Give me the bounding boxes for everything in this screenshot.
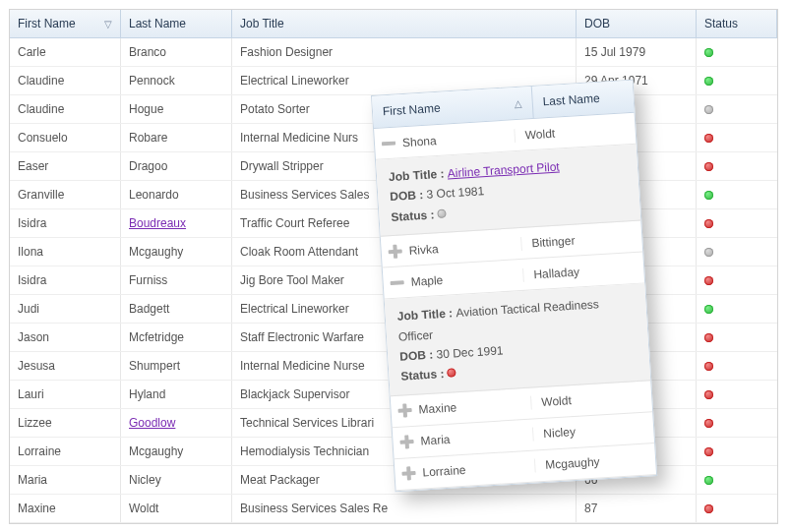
cell-job-title: Business Services Sales Re (232, 495, 577, 522)
status-dot (704, 476, 713, 485)
expand-icon (397, 403, 412, 418)
cell-status (697, 324, 777, 351)
mobile-row-detail: Job Title : Aviation Tactical Readiness … (385, 284, 651, 397)
expand-toggle[interactable] (393, 435, 421, 450)
status-dot (438, 208, 448, 218)
expand-icon (401, 466, 416, 481)
cell-status (697, 124, 777, 151)
status-dot (704, 191, 713, 200)
mobile-cell-first-name: Rivka (408, 237, 521, 258)
expand-toggle[interactable] (384, 280, 411, 286)
status-dot (704, 390, 713, 399)
cell-status (697, 381, 777, 408)
cell-last-name: Mcgaughy (121, 238, 232, 266)
expand-toggle[interactable] (381, 244, 409, 260)
status-dot (704, 333, 713, 342)
cell-last-name: Mcgaughy (121, 438, 232, 465)
cell-dob: 15 Jul 1979 (577, 38, 697, 66)
cell-status (697, 152, 777, 180)
mobile-cell-first-name: Maxine (418, 396, 531, 417)
status-dot (704, 219, 713, 228)
mobile-cell-first-name: Maple (410, 268, 523, 289)
cell-last-name: Badgett (121, 295, 232, 323)
cell-first-name: Maria (10, 466, 121, 494)
status-dot (704, 248, 713, 257)
cell-first-name: Isidra (10, 209, 121, 237)
cell-last-name: Leonardo (121, 181, 232, 208)
table-row[interactable]: CarleBrancoFashion Designer15 Jul 1979 (10, 38, 777, 67)
col-header-dob[interactable]: DOB (577, 10, 697, 37)
expand-toggle[interactable] (375, 141, 402, 147)
cell-last-name: Furniss (121, 266, 232, 294)
cell-status (697, 238, 777, 266)
cell-last-name: Boudreaux (121, 209, 232, 237)
cell-job-title: Fashion Designer (232, 38, 577, 66)
col-header-status[interactable]: Status (697, 10, 777, 37)
collapse-icon (391, 280, 404, 285)
table-row[interactable]: MaxineWoldtBusiness Services Sales Re87 (10, 495, 777, 523)
cell-status (697, 266, 777, 294)
status-dot (704, 48, 713, 57)
cell-first-name: Lizzee (10, 409, 121, 437)
mobile-cell-last-name: Halladay (522, 261, 644, 281)
col-header-job-title[interactable]: Job Title (232, 10, 577, 37)
last-name-link[interactable]: Boudreaux (129, 216, 186, 230)
cell-first-name: Maxine (10, 495, 121, 522)
mobile-cell-first-name: Maria (420, 428, 533, 448)
cell-first-name: Ilona (10, 238, 121, 266)
table-row[interactable]: ClaudinePennockElectrical Lineworker29 A… (10, 67, 777, 95)
cell-first-name: Consuelo (10, 124, 121, 151)
expand-icon (399, 435, 414, 449)
cell-status (697, 466, 777, 494)
cell-status (697, 38, 777, 66)
status-dot (447, 369, 456, 379)
mobile-col-header-last-name[interactable]: Last Name (532, 81, 635, 118)
status-dot (704, 362, 713, 371)
cell-status (697, 495, 777, 522)
mobile-cell-last-name: Bittinger (520, 229, 642, 250)
status-dot (704, 105, 713, 114)
expand-icon (388, 244, 402, 259)
cell-last-name: Nicley (121, 466, 232, 494)
expand-toggle[interactable] (395, 466, 423, 482)
collapse-icon (382, 141, 395, 146)
col-header-first-name[interactable]: First Name▽ (10, 10, 121, 37)
cell-first-name: Easer (10, 152, 121, 180)
job-title-link[interactable]: Airline Transport Pilot (447, 159, 560, 180)
cell-status (697, 181, 777, 208)
status-dot (704, 162, 713, 171)
col-header-last-name[interactable]: Last Name (121, 10, 232, 37)
status-dot (704, 419, 713, 428)
mobile-cell-last-name: Mcgaughy (534, 451, 656, 472)
mobile-cell-last-name: Woldt (514, 121, 636, 142)
cell-last-name: Branco (121, 38, 232, 66)
cell-last-name: Hogue (121, 95, 232, 123)
mobile-cell-last-name: Woldt (530, 388, 652, 409)
status-dot (704, 305, 713, 314)
expand-toggle[interactable] (391, 403, 419, 419)
status-dot (704, 77, 713, 86)
cell-status (697, 409, 777, 437)
cell-first-name: Claudine (10, 67, 121, 94)
cell-first-name: Granville (10, 181, 121, 208)
status-dot (704, 276, 713, 285)
cell-first-name: Jason (10, 324, 121, 351)
sort-desc-icon: ▽ (104, 19, 112, 30)
mobile-cell-first-name: Lorraine (422, 459, 535, 480)
cell-first-name: Lauri (10, 381, 121, 408)
cell-dob: 87 (577, 495, 697, 522)
cell-last-name: Goodlow (121, 409, 232, 437)
cell-status (697, 438, 777, 465)
status-dot (704, 134, 713, 143)
status-dot (704, 504, 713, 513)
cell-first-name: Claudine (10, 95, 121, 123)
cell-first-name: Carle (10, 38, 121, 66)
desktop-header-row: First Name▽ Last Name Job Title DOB Stat… (10, 10, 777, 38)
cell-first-name: Judi (10, 295, 121, 323)
cell-status (697, 295, 777, 323)
cell-last-name: Dragoo (121, 152, 232, 180)
cell-first-name: Lorraine (10, 438, 121, 465)
cell-last-name: Robare (121, 124, 232, 151)
cell-last-name: Woldt (121, 495, 232, 522)
last-name-link[interactable]: Goodlow (129, 416, 175, 430)
